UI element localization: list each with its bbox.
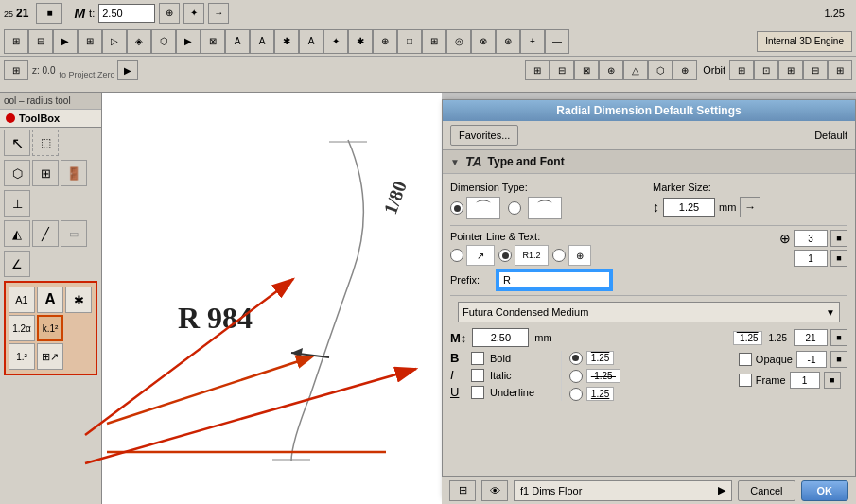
- icon-btn-m[interactable]: A: [299, 29, 323, 54]
- favorites-button[interactable]: Favorites...: [450, 125, 518, 146]
- icon-btn-q[interactable]: □: [397, 29, 422, 54]
- t-input[interactable]: [98, 4, 155, 23]
- radio-circle-2[interactable]: [508, 201, 521, 215]
- marquee-tool[interactable]: ⬚: [32, 130, 59, 156]
- select-tool[interactable]: ↖: [4, 130, 30, 156]
- z-icon[interactable]: ⊞: [4, 60, 28, 80]
- pointer-tool[interactable]: ✱: [65, 287, 92, 313]
- eye-icon[interactable]: 👁: [481, 480, 508, 501]
- pointer-radio-2[interactable]: R1.2: [498, 245, 549, 266]
- dim-display-radio-3[interactable]: [569, 388, 583, 401]
- toolbar-arrow-right[interactable]: →: [208, 3, 229, 24]
- toolbar2-a[interactable]: ⊞: [525, 60, 550, 80]
- toolbar2-g[interactable]: ⊕: [673, 60, 697, 80]
- toolbar2-j[interactable]: ⊞: [778, 60, 803, 80]
- toolbar2-i[interactable]: ⊡: [754, 60, 778, 80]
- pipe-tool[interactable]: ▭: [61, 220, 87, 247]
- frame-val-input[interactable]: [790, 372, 820, 389]
- pointer-circle-2[interactable]: [498, 249, 512, 262]
- icon-btn-n[interactable]: ✦: [323, 29, 348, 54]
- icon-btn-v[interactable]: +: [520, 29, 545, 54]
- toolbar2-h[interactable]: ⊞: [729, 60, 754, 80]
- dim-tool-ref[interactable]: ⊞↗: [37, 343, 63, 370]
- dim-tool-num[interactable]: 1.²: [9, 343, 35, 370]
- val-input-3[interactable]: [794, 329, 828, 346]
- pointer-circle-3[interactable]: [552, 249, 566, 262]
- icon-btn-t[interactable]: ⊗: [471, 29, 496, 54]
- floor-select[interactable]: f1 Dims Floor ▶: [514, 480, 732, 501]
- dim-display-radio-1[interactable]: [569, 352, 583, 365]
- toolbar2-b[interactable]: ⊟: [550, 60, 574, 80]
- door-tool[interactable]: 🚪: [61, 160, 87, 186]
- icon-btn-g[interactable]: ⬡: [151, 29, 176, 54]
- icon-btn-c[interactable]: ▶: [53, 29, 78, 54]
- opaque-checkbox[interactable]: [739, 353, 752, 366]
- bold-checkbox[interactable]: [471, 352, 484, 365]
- toolbar-icon1[interactable]: ⊕: [159, 3, 180, 24]
- icon-btn-h[interactable]: ▶: [176, 29, 201, 54]
- toolbar2-d[interactable]: ⊛: [599, 60, 623, 80]
- expand-btn[interactable]: ▶: [117, 60, 138, 80]
- italic-checkbox[interactable]: [471, 369, 484, 382]
- toolbar-icon-btn[interactable]: ■: [36, 3, 62, 24]
- icon-btn-d[interactable]: ⊞: [78, 29, 102, 54]
- underline-checkbox[interactable]: [471, 386, 484, 399]
- frame-val-btn[interactable]: ■: [824, 372, 841, 389]
- icon-btn-i[interactable]: ⊠: [201, 29, 225, 54]
- chair-tool[interactable]: ⊥: [4, 190, 30, 217]
- angle-tool[interactable]: ∠: [4, 251, 30, 277]
- dim-display-radio-2[interactable]: [569, 370, 583, 383]
- radio-option-2[interactable]: ⌒: [508, 197, 562, 219]
- icon-btn-b[interactable]: ⊟: [28, 29, 53, 54]
- val-input-2[interactable]: [794, 250, 828, 267]
- icon-btn-s[interactable]: ◎: [446, 29, 471, 54]
- 3d-tool[interactable]: ⬡: [4, 160, 30, 186]
- marker-nav-btn[interactable]: →: [740, 197, 760, 217]
- cancel-button[interactable]: Cancel: [738, 480, 795, 501]
- toolbar2-k[interactable]: ⊟: [803, 60, 828, 80]
- icon-btn-o[interactable]: ✱: [348, 29, 373, 54]
- val-btn-2[interactable]: ■: [830, 250, 847, 267]
- opaque-val-input[interactable]: [796, 351, 827, 368]
- val-input-1[interactable]: [794, 230, 828, 247]
- icon-btn-r[interactable]: ⊞: [422, 29, 446, 54]
- font-dropdown[interactable]: Futura Condensed Medium ▼: [458, 302, 840, 322]
- icon-btn-a[interactable]: ⊞: [4, 29, 28, 54]
- icon-btn-e[interactable]: ▷: [102, 29, 127, 54]
- icon-btn-u[interactable]: ⊛: [496, 29, 520, 54]
- icon-btn-j[interactable]: A: [225, 29, 250, 54]
- icon-btn-f[interactable]: ◈: [127, 29, 151, 54]
- pointer-radio-1[interactable]: ↗: [450, 245, 495, 266]
- pointer-circle-1[interactable]: [450, 249, 463, 262]
- icon-btn-w[interactable]: —: [545, 29, 569, 54]
- marker-size-input[interactable]: [663, 198, 715, 217]
- radio-option-1[interactable]: ⌒: [450, 197, 500, 219]
- fill-tool[interactable]: ◭: [4, 220, 30, 247]
- opaque-val-btn[interactable]: ■: [830, 351, 847, 368]
- toolbar-icon2[interactable]: ✦: [183, 3, 204, 24]
- dim-tool-k[interactable]: k.1²: [37, 315, 63, 341]
- icon-btn-k[interactable]: A: [250, 29, 274, 54]
- toolbar2-c[interactable]: ⊠: [574, 60, 599, 80]
- radio-circle-1[interactable]: [450, 201, 463, 215]
- toolbar2-f[interactable]: ⬡: [648, 60, 673, 80]
- icon-btn-p[interactable]: ⊕: [373, 29, 397, 54]
- pointer-radio-3[interactable]: ⊕: [552, 245, 591, 266]
- line-tool[interactable]: ╱: [32, 220, 59, 247]
- text-tool-A[interactable]: A: [37, 287, 63, 313]
- text-tool-a1[interactable]: A1: [9, 287, 35, 313]
- section-collapse-arrow[interactable]: ▼: [450, 157, 460, 167]
- toolbar2-l[interactable]: ⊞: [828, 60, 852, 80]
- engine-btn[interactable]: Internal 3D Engine: [757, 31, 852, 52]
- val-btn-1[interactable]: ■: [830, 230, 847, 247]
- ok-button[interactable]: OK: [801, 480, 849, 501]
- toolbar2-e[interactable]: △: [623, 60, 648, 80]
- frame-checkbox[interactable]: [739, 374, 752, 387]
- icon-btn-l[interactable]: ✱: [274, 29, 299, 54]
- dim-tool-1[interactable]: 1.2α: [9, 315, 35, 341]
- font-size-input[interactable]: [472, 328, 529, 347]
- val-btn-3[interactable]: ■: [830, 329, 847, 346]
- grid-tool[interactable]: ⊞: [32, 160, 59, 186]
- prefix-input[interactable]: [498, 270, 611, 289]
- layers-icon[interactable]: ⊞: [449, 480, 476, 501]
